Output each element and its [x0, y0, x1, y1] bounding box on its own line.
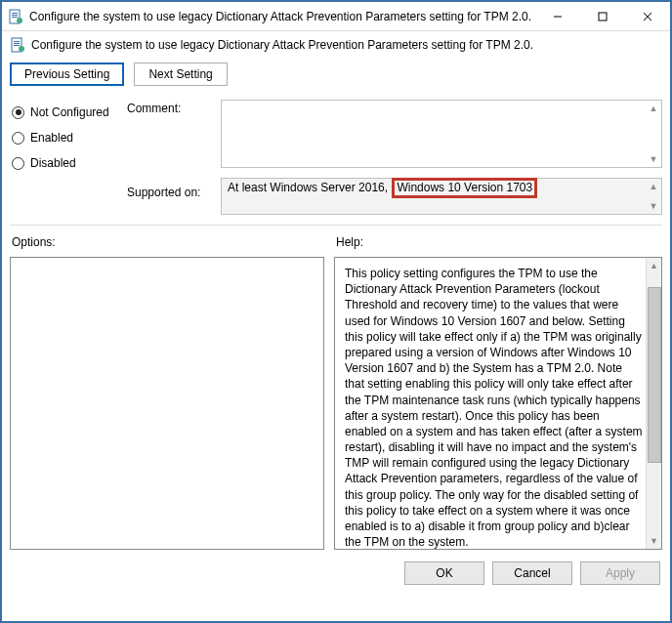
svg-line-8	[644, 13, 651, 21]
options-column: Options:	[10, 233, 324, 550]
radio-enabled[interactable]: Enabled	[12, 131, 127, 145]
scroll-down-icon[interactable]: ▼	[646, 151, 661, 167]
help-box[interactable]: This policy setting configures the TPM t…	[334, 257, 662, 550]
scroll-down-icon[interactable]: ▼	[646, 198, 661, 214]
scroll-up-icon[interactable]: ▲	[646, 101, 661, 116]
cancel-button[interactable]: Cancel	[492, 561, 572, 585]
svg-rect-2	[12, 15, 18, 16]
svg-rect-11	[14, 43, 20, 44]
svg-point-4	[17, 18, 22, 23]
ok-button[interactable]: OK	[404, 561, 484, 585]
subtitle-row: Configure the system to use legacy Dicti…	[2, 31, 670, 62]
svg-rect-3	[12, 17, 18, 18]
radio-icon	[12, 157, 24, 170]
close-button[interactable]	[625, 2, 670, 30]
nav-row: Previous Setting Next Setting	[2, 62, 670, 94]
minimize-button[interactable]	[535, 2, 580, 30]
options-label: Options:	[12, 235, 324, 249]
lower-area: Options: Help: This policy setting confi…	[2, 229, 670, 554]
subtitle-text: Configure the system to use legacy Dicti…	[31, 38, 533, 52]
next-setting-button[interactable]: Next Setting	[134, 62, 227, 86]
scroll-up-icon[interactable]: ▲	[650, 260, 658, 271]
svg-rect-10	[14, 41, 20, 42]
window-title: Configure the system to use legacy Dicti…	[29, 10, 535, 23]
radio-disabled[interactable]: Disabled	[12, 156, 127, 170]
svg-rect-6	[599, 13, 607, 21]
comment-textarea[interactable]: ▲ ▼	[221, 100, 662, 168]
radio-icon	[12, 132, 24, 145]
scrollbar-thumb[interactable]	[648, 287, 661, 463]
supported-on-highlight: Windows 10 Version 1703	[392, 178, 537, 198]
window-controls	[535, 2, 670, 30]
fields-column: ▲ ▼ At least Windows Server 2016, Window…	[221, 100, 662, 215]
svg-line-7	[644, 13, 651, 21]
title-bar: Configure the system to use legacy Dicti…	[2, 2, 670, 31]
help-label: Help:	[336, 235, 662, 249]
options-box[interactable]	[10, 257, 324, 550]
comment-label: Comment:	[127, 102, 221, 115]
radio-icon	[12, 106, 24, 119]
dialog-buttons: OK Cancel Apply	[2, 554, 670, 593]
apply-button[interactable]: Apply	[580, 561, 660, 585]
policy-icon	[10, 37, 25, 53]
scroll-down-icon[interactable]: ▼	[650, 535, 658, 547]
radio-label: Not Configured	[30, 105, 109, 119]
radio-not-configured[interactable]: Not Configured	[12, 105, 127, 119]
radio-label: Disabled	[30, 156, 76, 170]
supported-on-box: At least Windows Server 2016, Windows 10…	[221, 178, 662, 215]
config-area: Not Configured Enabled Disabled Comment:…	[2, 94, 670, 221]
supported-on-label: Supported on:	[127, 186, 221, 199]
state-radio-group: Not Configured Enabled Disabled	[10, 100, 127, 215]
labels-column: Comment: Supported on:	[127, 100, 221, 215]
svg-rect-12	[14, 45, 20, 46]
maximize-button[interactable]	[580, 2, 625, 30]
help-text: This policy setting configures the TPM t…	[345, 267, 643, 549]
previous-setting-button[interactable]: Previous Setting	[10, 62, 124, 86]
help-scrollbar[interactable]: ▲ ▼	[646, 258, 661, 549]
divider	[10, 225, 662, 226]
scroll-up-icon[interactable]: ▲	[646, 179, 661, 194]
radio-label: Enabled	[30, 131, 73, 145]
help-column: Help: This policy setting configures the…	[334, 233, 662, 550]
svg-point-13	[19, 46, 24, 52]
svg-rect-1	[12, 13, 18, 14]
app-icon	[8, 9, 23, 24]
supported-on-prefix: At least Windows Server 2016,	[228, 181, 388, 194]
